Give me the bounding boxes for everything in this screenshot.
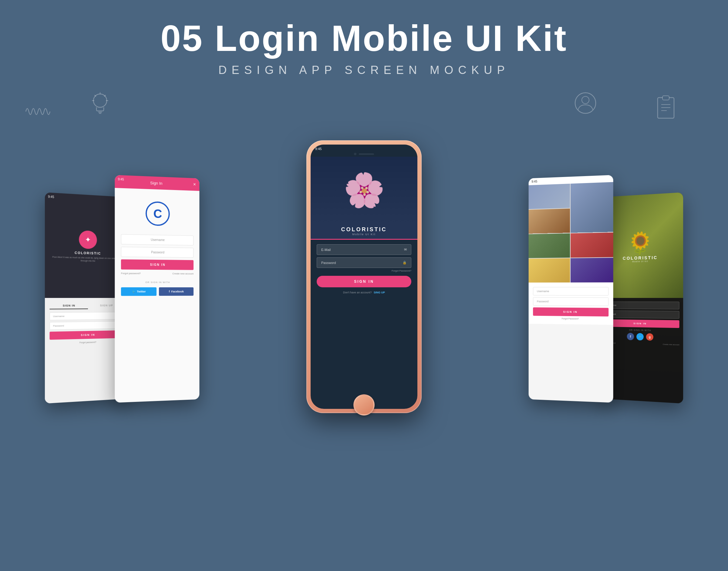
s2-or-label: OR SIGN IN WITH	[145, 281, 170, 284]
center-kit: Mobile UI Kit	[317, 233, 411, 236]
s1-star-icon: ✦	[85, 235, 91, 244]
s1-signin-button[interactable]: SIGN IN	[50, 330, 125, 340]
s4-username-field[interactable]: Username	[533, 287, 609, 296]
s4-photo-1	[529, 184, 570, 209]
center-email-field[interactable]: E-Mail ✉	[317, 244, 411, 255]
s5-password-field[interactable]: Password	[603, 310, 679, 319]
s4-photo-7	[570, 258, 613, 282]
s5-flower-graphic: 🌻	[627, 230, 653, 256]
s5-google-button[interactable]: g	[646, 333, 653, 341]
screen-2: 9:45 Sign In × C Username Password SIGN …	[115, 175, 199, 403]
s4-photo-4	[529, 233, 570, 258]
s5-create-link[interactable]: Create new account	[663, 343, 679, 346]
s4-login-overlay: Username Password SIGN IN Forgot Passwor…	[529, 282, 613, 325]
s5-or-label: OR SING IN WITH	[603, 329, 679, 332]
s4-password-field[interactable]: Password	[533, 297, 609, 306]
s2-close-button[interactable]: ×	[193, 182, 196, 187]
s2-header-title: Sign In	[119, 179, 193, 187]
s5-brand: COLORISTIC	[623, 255, 658, 261]
s5-facebook-button[interactable]: f	[627, 333, 634, 340]
phones-container: 9:45 ✦ COLORISTIC Poor Alice! It was as …	[0, 92, 728, 425]
twitter-bird-icon: 🐦	[132, 290, 135, 293]
s2-status-time: 9:45	[118, 178, 124, 181]
s4-forgot-link[interactable]: Forgot Password?	[533, 317, 609, 320]
s2-username-field[interactable]: Username	[121, 234, 193, 245]
page-title: 05 Login Mobile UI Kit	[0, 18, 728, 58]
s1-tab-signin[interactable]: SIGN IN	[50, 303, 88, 310]
center-signup-text: Don't have an account? SING UP	[317, 291, 411, 294]
center-status-time: 9:45	[315, 147, 322, 151]
s1-forgot-link[interactable]: Forgot password?	[50, 340, 125, 344]
email-icon: ✉	[404, 248, 407, 251]
page-subtitle: DESIGN APP SCREEN MOCKUP	[0, 64, 728, 77]
center-signup-link[interactable]: SING UP	[374, 291, 385, 294]
s1-status-time: 9:45	[48, 195, 54, 199]
iphone-screen: 9:45 🌸 COLORISTIC Mobile UI Kit	[310, 144, 418, 409]
s1-app-name: COLORISTIC	[75, 251, 101, 255]
header: 05 Login Mobile UI Kit DESIGN APP SCREEN…	[0, 0, 728, 86]
s1-logo: ✦	[79, 230, 97, 249]
s5-twitter-button[interactable]: 🐦	[636, 333, 644, 341]
center-phone-mockup: 9:45 🌸 COLORISTIC Mobile UI Kit	[306, 140, 422, 413]
lock-icon: 🔒	[402, 261, 407, 264]
center-password-field[interactable]: Password 🔒	[317, 257, 411, 268]
s5-kit: Mobile UI Kit	[632, 260, 648, 262]
center-flower-graphic: 🌸	[343, 174, 385, 207]
s1-username-field[interactable]: Username	[50, 312, 125, 320]
s2-logo: C	[146, 201, 170, 226]
s5-signin-button[interactable]: SIGN IN	[603, 319, 679, 328]
s2-forgot-link[interactable]: Forgot password?	[121, 272, 141, 274]
s2-twitter-button[interactable]: 🐦 Twitter	[121, 287, 157, 296]
center-signin-button[interactable]: SIGN IN	[317, 276, 411, 287]
s2-c-letter: C	[154, 207, 162, 221]
s4-photo-5	[570, 232, 613, 258]
s4-photo-3	[529, 209, 570, 234]
iphone-home-button[interactable]	[353, 394, 375, 416]
iphone-shell: 9:45 🌸 COLORISTIC Mobile UI Kit	[306, 140, 422, 413]
s2-signin-button[interactable]: SIGN IN	[121, 259, 193, 270]
s4-photo-2	[570, 182, 613, 233]
s1-password-field[interactable]: Password	[50, 321, 125, 330]
facebook-f-icon: f	[169, 290, 170, 293]
screen-4: 9:45 Username Password SIGN IN Forgot Pa…	[529, 175, 613, 403]
s4-signin-button[interactable]: SIGN IN	[533, 307, 609, 316]
center-brand: COLORISTIC	[317, 226, 411, 233]
s2-create-link[interactable]: Create new account	[172, 272, 193, 275]
s5-social-buttons: f 🐦 g	[603, 332, 679, 341]
s2-password-field[interactable]: Password	[121, 247, 193, 258]
s2-facebook-button[interactable]: f Facebook	[159, 287, 193, 296]
center-forgot-link[interactable]: Forgot Password?	[317, 269, 411, 272]
s5-username-field[interactable]: Username	[603, 302, 679, 310]
s4-photo-6	[529, 258, 570, 282]
